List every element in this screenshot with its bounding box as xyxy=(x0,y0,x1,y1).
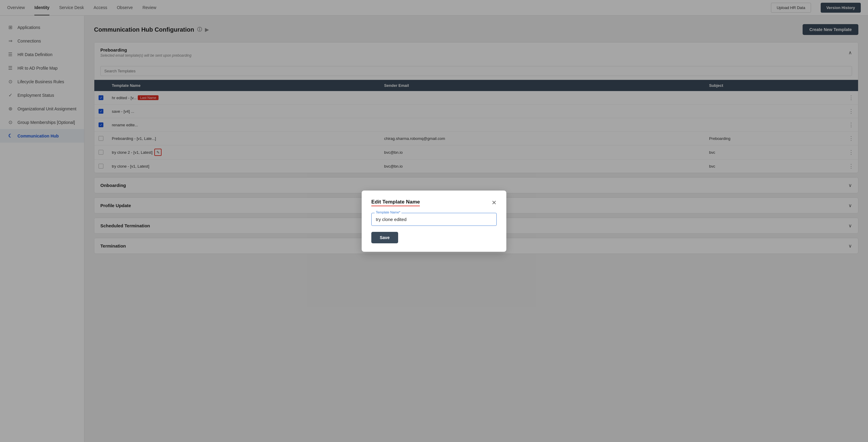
template-name-field-label: Template Name* xyxy=(375,210,401,214)
modal-title: Edit Template Name xyxy=(371,199,420,206)
modal-save-button[interactable]: Save xyxy=(371,232,398,243)
edit-template-name-modal: Edit Template Name ✕ Template Name* Save xyxy=(362,190,506,252)
template-name-input[interactable] xyxy=(372,213,496,226)
modal-overlay[interactable]: Edit Template Name ✕ Template Name* Save xyxy=(0,0,868,442)
modal-close-button[interactable]: ✕ xyxy=(492,199,497,206)
template-name-field: Template Name* xyxy=(371,213,497,226)
template-name-input-wrapper: Template Name* xyxy=(371,213,497,226)
modal-header: Edit Template Name ✕ xyxy=(371,199,497,206)
